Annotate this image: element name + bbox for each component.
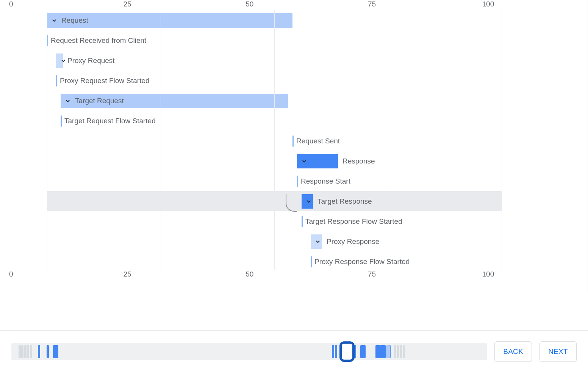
axis-tick: 100 <box>482 270 494 281</box>
axis-tick: 50 <box>246 270 253 281</box>
timeline-bar-label: Request Received from Client <box>51 36 146 45</box>
timeline-bar[interactable]: Target Request <box>61 94 288 108</box>
timeline-bar-label: Target Request <box>75 97 124 105</box>
timeline-chart: 0 25 50 75 100 RequestRequest Received f… <box>9 0 506 281</box>
axis-tick: 75 <box>368 0 376 11</box>
minimap-tick <box>360 345 366 358</box>
minimap-tick <box>332 345 334 358</box>
minimap-tick <box>335 345 337 358</box>
timeline-bar[interactable]: Target Response <box>302 194 313 209</box>
minimap-tick <box>19 345 21 358</box>
chevron-down-icon[interactable] <box>64 97 71 104</box>
timeline-bar-label: Target Response <box>317 197 372 206</box>
minimap-tick <box>27 345 29 358</box>
minimap-handle[interactable] <box>339 341 355 362</box>
timeline-bar-label: Response <box>342 157 375 165</box>
axis-bottom: 0 25 50 75 100 <box>9 270 506 281</box>
minimap-tick <box>397 345 399 358</box>
gridline <box>388 10 388 270</box>
timeline-bar[interactable]: Request <box>47 13 292 28</box>
gridline <box>161 10 161 270</box>
minimap-tick <box>53 345 58 358</box>
timeline-bar[interactable]: Request Sent <box>292 134 340 148</box>
timeline-bar-label: Target Request Flow Started <box>64 117 156 125</box>
axis-tick: 25 <box>124 0 131 11</box>
timeline-bar[interactable]: Response <box>297 154 338 168</box>
chevron-down-icon[interactable] <box>314 238 321 245</box>
axis-top: 0 25 50 75 100 <box>9 0 506 11</box>
timeline-bar-label: Response Start <box>301 177 350 185</box>
timeline-bar[interactable]: Proxy Response Flow Started <box>311 255 410 269</box>
axis-tick: 0 <box>9 0 13 11</box>
timeline-bar[interactable]: Proxy Request Flow Started <box>56 74 150 88</box>
timeline-bar-label: Request <box>61 16 88 25</box>
axis-tick: 75 <box>368 270 376 281</box>
minimap-tick <box>24 345 27 358</box>
minimap-tick <box>47 345 49 358</box>
minimap-tick <box>21 345 23 358</box>
next-button[interactable]: NEXT <box>540 341 577 362</box>
timeline-bar-label: Proxy Request Flow Started <box>60 77 150 85</box>
timeline-minimap[interactable] <box>11 343 487 360</box>
gridline <box>502 10 502 270</box>
minimap-tick <box>386 345 390 358</box>
timeline-bar-label: Proxy Request <box>67 57 115 65</box>
chevron-down-icon[interactable] <box>51 17 58 24</box>
minimap-tick <box>380 345 386 358</box>
timeline-bar[interactable]: Response Start <box>297 174 350 189</box>
timeline-bar-label: Request Sent <box>296 137 340 145</box>
minimap-tick <box>30 345 32 358</box>
timeline-bar[interactable]: Request Received from Client <box>47 33 146 48</box>
axis-tick: 50 <box>246 0 253 11</box>
back-button[interactable]: BACK <box>494 341 532 362</box>
axis-tick: 25 <box>124 270 131 281</box>
timeline-bar[interactable]: Target Request Flow Started <box>61 114 156 128</box>
minimap-tick <box>394 345 396 358</box>
timeline-bar[interactable]: Target Response Flow Started <box>302 214 402 229</box>
timeline-bar[interactable]: Proxy Response <box>311 234 322 249</box>
axis-tick: 0 <box>9 270 13 281</box>
gridline <box>47 10 47 270</box>
timeline-bar-label: Proxy Response <box>327 237 379 246</box>
timeline-bar-label: Proxy Response Flow Started <box>314 258 410 266</box>
minimap-tick <box>403 345 405 358</box>
timeline-plot[interactable]: RequestRequest Received from ClientProxy… <box>47 10 502 270</box>
minimap-tick <box>38 345 40 358</box>
chevron-down-icon[interactable] <box>301 158 308 165</box>
minimap-tick <box>400 345 402 358</box>
timeline-bar[interactable]: Proxy Request <box>56 53 63 68</box>
axis-tick: 100 <box>482 0 494 11</box>
chevron-down-icon[interactable] <box>305 198 312 205</box>
chevron-down-icon[interactable] <box>60 57 67 64</box>
gridline <box>274 10 275 270</box>
footer: BACK NEXT <box>0 330 588 374</box>
